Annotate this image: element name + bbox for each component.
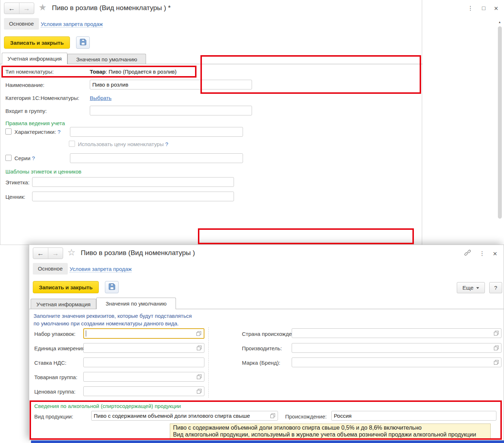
tab-default-values[interactable]: Значения по умолчанию bbox=[96, 298, 176, 309]
product-group-input[interactable] bbox=[83, 372, 204, 382]
type-value: Товар: Пиво (Продается в розлив) bbox=[90, 69, 177, 75]
origin-country-input[interactable] bbox=[292, 328, 501, 338]
choose-icon[interactable] bbox=[494, 360, 499, 365]
taskbar-strip bbox=[31, 440, 504, 443]
nav-tab-sales-ban-conditions[interactable]: Условия запрета продаж bbox=[41, 21, 103, 27]
choose-icon[interactable] bbox=[197, 389, 202, 394]
packaging-set-label: Набор упаковок: bbox=[34, 331, 76, 337]
back-button[interactable]: ← bbox=[4, 3, 19, 14]
use-item-price-label-text: Использовать цену номенклатуры bbox=[78, 141, 164, 147]
window-nomenclature-kind-defaults: ← → ☆ Пиво в розлив (Вид номенклатуры ) … bbox=[29, 245, 504, 440]
vat-rate-label: Ставка НДС: bbox=[34, 360, 66, 366]
price-group-input[interactable] bbox=[83, 386, 204, 396]
save-close-button[interactable]: Записать и закрыть bbox=[33, 281, 99, 293]
characteristics-checkbox[interactable] bbox=[5, 128, 12, 135]
screenshot-root: ← → ★ Пиво в розлив (Вид номенклатуры ) … bbox=[0, 0, 504, 443]
more-button-label: Еще bbox=[463, 285, 474, 291]
label-template-label: Этикетка: bbox=[5, 179, 30, 185]
label-templates-header: Шаблоны этикеток и ценников bbox=[5, 168, 81, 175]
name-label: Наименование: bbox=[5, 82, 44, 88]
alcohol-section-header: Сведения по алкогольной (спиртосодержаще… bbox=[34, 403, 181, 409]
category-choose-link[interactable]: Выбрать bbox=[90, 95, 111, 101]
characteristics-label: Характеристики: ? bbox=[14, 129, 61, 135]
close-icon[interactable]: × bbox=[493, 250, 497, 257]
nav-tab-main[interactable]: Основное bbox=[4, 18, 39, 30]
tab-default-values[interactable]: Значения по умолчанию bbox=[67, 54, 146, 64]
series-label-text: Серии bbox=[14, 155, 30, 161]
forward-icon: → bbox=[52, 250, 59, 257]
characteristics-input[interactable] bbox=[70, 127, 243, 137]
choose-icon[interactable] bbox=[196, 331, 201, 336]
manufacturer-input[interactable] bbox=[292, 343, 501, 353]
forward-icon: → bbox=[23, 5, 30, 12]
nav-tab-main[interactable]: Основное bbox=[33, 263, 68, 275]
favorite-star-icon[interactable]: ☆ bbox=[67, 248, 75, 257]
characteristics-help-icon[interactable]: ? bbox=[58, 129, 61, 135]
help-button[interactable]: ? bbox=[489, 282, 502, 293]
unit-input[interactable] bbox=[83, 343, 204, 353]
save-button[interactable] bbox=[76, 36, 90, 49]
floppy-icon bbox=[109, 283, 115, 291]
packaging-set-input[interactable] bbox=[83, 328, 204, 339]
kebab-menu-icon[interactable]: ⋮ bbox=[468, 5, 473, 11]
window-controls: ⋮ × bbox=[464, 249, 497, 258]
type-value-bold: Товар bbox=[90, 69, 106, 75]
more-button[interactable]: Еще bbox=[457, 282, 485, 293]
window-nomenclature-kind-edit: ← → ★ Пиво в розлив (Вид номенклатуры ) … bbox=[0, 0, 422, 245]
price-group-label: Ценовая группа: bbox=[34, 389, 75, 395]
history-nav-group: ← → bbox=[33, 247, 63, 259]
choose-icon[interactable] bbox=[197, 374, 202, 379]
tab-accounting-info[interactable]: Учетная информация bbox=[31, 299, 96, 309]
back-button[interactable]: ← bbox=[33, 248, 48, 259]
save-button[interactable] bbox=[105, 281, 119, 293]
choose-icon[interactable] bbox=[197, 346, 202, 350]
nav-tab-sales-ban-conditions[interactable]: Условия запрета продаж bbox=[70, 266, 132, 272]
name-input[interactable] bbox=[90, 80, 252, 89]
manufacturer-label: Производитель: bbox=[242, 345, 282, 351]
favorite-star-icon[interactable]: ★ bbox=[39, 3, 47, 12]
price-tag-label: Ценник: bbox=[5, 194, 25, 200]
unit-label: Единица измерения: bbox=[34, 345, 86, 351]
choose-icon[interactable] bbox=[270, 413, 275, 418]
choose-icon[interactable] bbox=[494, 331, 499, 335]
scrollbar-thumb[interactable] bbox=[498, 26, 502, 219]
label-template-input[interactable] bbox=[32, 177, 234, 187]
series-input[interactable] bbox=[70, 153, 243, 163]
forward-button[interactable]: → bbox=[19, 3, 34, 14]
vat-rate-input[interactable] bbox=[83, 358, 204, 367]
origin-label: Происхождение: bbox=[285, 413, 327, 420]
tab-accounting-info[interactable]: Учетная информация bbox=[2, 53, 67, 64]
choose-icon[interactable] bbox=[494, 346, 499, 350]
product-type-label: Вид продукции: bbox=[34, 413, 73, 420]
save-close-button[interactable]: Записать и закрыть bbox=[4, 36, 70, 49]
use-item-price-checkbox[interactable] bbox=[69, 141, 75, 147]
maximize-icon[interactable]: □ bbox=[482, 5, 486, 11]
back-icon: ← bbox=[8, 5, 15, 12]
series-help-icon[interactable]: ? bbox=[32, 155, 35, 161]
dialog-window-controls: ⋮ □ × bbox=[468, 5, 498, 12]
origin-input[interactable] bbox=[331, 411, 496, 421]
product-group-label: Товарная группа: bbox=[34, 374, 78, 380]
history-nav-group: ← → bbox=[4, 3, 34, 14]
product-type-input[interactable] bbox=[91, 411, 278, 421]
page-title: Пиво в розлив (Вид номенклатуры ) * bbox=[52, 4, 171, 12]
close-icon[interactable]: × bbox=[494, 5, 498, 12]
price-tag-input[interactable] bbox=[32, 192, 234, 201]
type-label: Тип номенклатуры: bbox=[5, 69, 54, 75]
series-checkbox[interactable] bbox=[5, 155, 12, 161]
kebab-menu-icon[interactable]: ⋮ bbox=[479, 251, 485, 256]
parent-group-input[interactable] bbox=[90, 106, 252, 115]
type-value-rest: : Пиво (Продается в розлив) bbox=[106, 69, 177, 75]
scrollbar-up-icon[interactable]: ▲ bbox=[498, 21, 501, 24]
parent-group-label: Входит в группу: bbox=[5, 108, 47, 114]
use-item-price-help-icon[interactable]: ? bbox=[165, 141, 168, 147]
brand-input[interactable] bbox=[292, 358, 501, 367]
characteristics-label-text: Характеристики: bbox=[14, 129, 56, 135]
category-label: Категория 1С:Номенклатуры: bbox=[5, 95, 79, 101]
chevron-down-icon bbox=[476, 287, 479, 290]
product-type-tooltip: Пиво с содержанием объемной доли этилово… bbox=[170, 424, 491, 439]
get-link-icon[interactable] bbox=[464, 249, 471, 258]
back-icon: ← bbox=[37, 250, 44, 257]
forward-button[interactable]: → bbox=[48, 248, 63, 259]
defaults-intro-text: Заполните значения реквизитов, которые б… bbox=[34, 312, 192, 327]
